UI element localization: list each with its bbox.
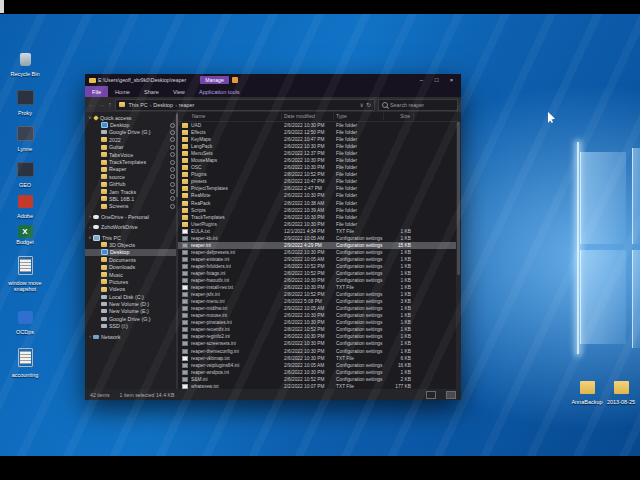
sidebar-item-this-pc[interactable]: ∨This PC <box>85 234 178 241</box>
sidebar-item-new-volume-e[interactable]: New Volume (E:) <box>85 308 178 315</box>
file-row-reamote[interactable]: ReaMote2/6/2022 10:30 PMFile folder <box>178 192 461 199</box>
file-row-projecttemplates[interactable]: ProjectTemplates2/6/2022 2:47 PMFile fol… <box>178 185 461 192</box>
file-row-presets[interactable]: presets2/6/2022 10:47 PMFile folder <box>178 178 461 185</box>
sidebar-item-desktop[interactable]: Desktop <box>85 249 178 256</box>
sidebar-item-sbl-16b-1[interactable]: SBL 16B.1 <box>85 195 178 202</box>
refresh-icon[interactable]: ↻ <box>366 101 371 108</box>
file-row-reaper-ini[interactable]: reaper.ini2/9/2022 4:29 PMConfiguration … <box>178 242 461 249</box>
file-row-reaper-screensets-ini[interactable]: reaper-screensets.ini2/6/2022 10:30 PMCo… <box>178 340 461 347</box>
sidebar-item-ssd-i[interactable]: SSD (I:) <box>85 323 178 330</box>
file-list-scrollbar-thumb[interactable] <box>457 122 460 275</box>
close-button[interactable]: × <box>444 74 459 86</box>
tab-home[interactable]: Home <box>108 86 137 97</box>
file-row-keymaps[interactable]: KeyMaps2/6/2022 10:47 PMFile folder <box>178 136 461 143</box>
tab-application-tools[interactable]: Application tools <box>192 86 247 97</box>
file-row-mousemaps[interactable]: MouseMaps2/6/2022 10:30 PMFile folder <box>178 157 461 164</box>
tab-file[interactable]: File <box>85 86 108 97</box>
breadcrumb-reaper[interactable]: reaper <box>179 102 195 108</box>
sidebar-item-google-drive-g[interactable]: Google Drive (G:) <box>85 129 178 136</box>
desktop-icon-geo[interactable]: GEO <box>2 162 48 188</box>
file-row-uad[interactable]: UAD2/6/2022 10:30 PMFile folder <box>178 122 461 129</box>
file-row-osc[interactable]: OSC2/6/2022 10:30 PMFile folder <box>178 164 461 171</box>
desktop-icon-adobe[interactable]: Adobe <box>2 194 48 219</box>
sidebar-item-downloads[interactable]: Downloads <box>85 263 178 270</box>
sidebar-item-tabsvoice[interactable]: TabsVoice <box>85 151 178 158</box>
sidebar-item-music[interactable]: Music <box>85 271 178 278</box>
large-icons-view-button[interactable] <box>446 391 456 399</box>
sidebar-item-2022[interactable]: 2022 <box>85 136 178 143</box>
file-row-reaper-hwoutfx-ini[interactable]: reaper-hwoutfx.ini2/6/2022 10:30 PMConfi… <box>178 277 461 284</box>
sidebar-item-reaper[interactable]: Reaper <box>85 166 178 173</box>
sidebar-item-source[interactable]: source <box>85 173 178 180</box>
file-row-langpack[interactable]: LangPack2/6/2022 10:30 PMFile folder <box>178 143 461 150</box>
desktop-icon-window-move-snapshot[interactable]: window move snapshot <box>2 256 48 292</box>
file-row-reaper-jsfx-ini[interactable]: reaper-jsfx.ini2/8/2022 10:52 PMConfigur… <box>178 291 461 298</box>
file-row-reapack[interactable]: ReaPack2/8/2022 10:38 AMFile folder <box>178 200 461 207</box>
file-row-reaper-themeconfig-ini[interactable]: reaper-themeconfig.ini2/6/2022 10:30 PMC… <box>178 348 461 355</box>
file-row-reaper-fxfolders-ini[interactable]: reaper-fxfolders.ini2/6/2022 10:52 PMCon… <box>178 263 461 270</box>
search-box[interactable]: Search reaper <box>378 99 458 111</box>
sidebar-item-3d-objects[interactable]: 3D Objects <box>85 241 178 248</box>
manage-contextual-tab[interactable]: Manage <box>200 76 229 84</box>
file-row-s-m-ini[interactable]: S&M.ini2/6/2022 10:52 PMConfiguration se… <box>178 376 461 383</box>
file-row-reaper-vkbmap-txt[interactable]: reaper-vkbmap.txt2/6/2022 10:30 PMTXT Fi… <box>178 355 461 362</box>
tab-share[interactable]: Share <box>137 86 166 97</box>
maximize-button[interactable]: □ <box>429 74 444 86</box>
column-header-size[interactable]: Size <box>384 113 414 120</box>
file-row-reaper-recentfx-ini[interactable]: reaper-recentfx.ini2/8/2022 10:52 PMConf… <box>178 326 461 333</box>
breadcrumb-this-pc[interactable]: This PC <box>129 102 148 108</box>
sidebar-item-videos[interactable]: Videos <box>85 286 178 293</box>
file-row-reaper-wndpos-ini[interactable]: reaper-wndpos.ini2/6/2022 10:30 PMConfig… <box>178 369 461 376</box>
file-row-reaper-reginfo2-ini[interactable]: reaper-reginfo2.ini2/6/2022 10:30 PMConf… <box>178 333 461 340</box>
column-header-date-modified[interactable]: Date modified <box>282 113 334 120</box>
sidebar-item-pictures[interactable]: Pictures <box>85 278 178 285</box>
file-row-scripts[interactable]: Scripts2/8/2022 10:39 AMFile folder <box>178 207 461 214</box>
details-view-button[interactable] <box>426 391 436 399</box>
file-row-userplugins[interactable]: UserPlugins2/6/2022 10:30 PMFile folder <box>178 221 461 228</box>
desktop-icon-budget[interactable]: XBudget <box>2 220 48 245</box>
sidebar-item-guitar[interactable]: Guitar <box>85 144 178 151</box>
file-row-reaper-vstplugins64-ini[interactable]: reaper-vstplugins64.ini2/9/2022 10:05 AM… <box>178 362 461 369</box>
desktop-icon-2013-08-25[interactable]: 2013-08-25 <box>604 380 638 405</box>
file-row-reaper-defpresets-ini[interactable]: reaper-defpresets.ini2/6/2022 10:30 PMCo… <box>178 249 461 256</box>
file-row-eula-txt[interactable]: EULA.txt12/1/2021 4:34 PMTXT File1 KB <box>178 228 461 235</box>
tab-view[interactable]: View <box>166 86 192 97</box>
file-row-reaper-kb-ini[interactable]: reaper-kb.ini2/9/2022 10:05 AMConfigurat… <box>178 235 461 242</box>
forward-button[interactable]: → <box>98 100 105 110</box>
sidebar-item-zohoworkdrive[interactable]: ›ZohoWorkDrive <box>85 223 178 230</box>
sidebar-item-documents[interactable]: Documents <box>85 256 178 263</box>
desktop-icon-recycle-bin[interactable]: Recycle Bin <box>2 52 48 77</box>
sidebar-item-network[interactable]: ›Network <box>85 333 178 340</box>
desktop-icon-accounting[interactable]: accounting <box>2 348 48 378</box>
file-list-scrollbar[interactable] <box>456 121 461 389</box>
address-dropdown-icon[interactable]: ∨ <box>360 101 364 108</box>
breadcrumb-desktop[interactable]: Desktop <box>153 102 173 108</box>
file-row-reaper-extstate-ini[interactable]: reaper-extstate.ini2/9/2022 10:05 AMConf… <box>178 256 461 263</box>
file-row-menusets[interactable]: MenuSets2/6/2022 12:37 PMFile folder <box>178 150 461 157</box>
desktop-icon-lynne[interactable]: Lynne <box>2 126 48 152</box>
minimize-button[interactable]: – <box>414 74 429 86</box>
column-header-name[interactable]: Name <box>178 113 282 120</box>
back-button[interactable]: ← <box>88 100 95 110</box>
sidebar-item-quick-access[interactable]: ∨Quick access <box>85 114 178 121</box>
address-bar[interactable]: This PC›Desktop›reaper ∨ ↻ <box>115 99 376 111</box>
file-explorer-window[interactable]: E:\Users\geoff_sbr9k0\Desktop\reaper Man… <box>85 74 461 400</box>
up-button[interactable]: ↑ <box>108 100 112 110</box>
file-row-reaper-install-rev-txt[interactable]: reaper-install-rev.txt2/6/2022 10:30 PMT… <box>178 284 461 291</box>
desktop[interactable]: Recycle BinProkyLynneGEOAdobeXBudgetwind… <box>0 14 640 456</box>
desktop-icon-ocdps[interactable]: OCDps <box>2 310 48 335</box>
sidebar-item-google-drive-g[interactable]: Google Drive (G:) <box>85 315 178 322</box>
file-row-reaper-mouse-ini[interactable]: reaper-mouse.ini2/6/2022 10:30 PMConfigu… <box>178 312 461 319</box>
sidebar-item-github[interactable]: GitHub <box>85 181 178 188</box>
sidebar-item-local-disk-c[interactable]: Local Disk (C:) <box>85 293 178 300</box>
file-row-reaper-fxtags-ini[interactable]: reaper-fxtags.ini2/6/2022 10:52 PMConfig… <box>178 270 461 277</box>
sidebar-item-tracktemplates[interactable]: TrackTemplates <box>85 158 178 165</box>
desktop-icon-proky[interactable]: Proky <box>2 90 48 116</box>
file-row-reaper-midihw-ini[interactable]: reaper-midihw.ini2/9/2022 10:05 AMConfig… <box>178 305 461 312</box>
sidebar-item-jam-tracks[interactable]: Jam Tracks <box>85 188 178 195</box>
desktop-icon-annabackup[interactable]: AnnaBackup <box>570 380 604 405</box>
sidebar-item-new-volume-d[interactable]: New Volume (D:) <box>85 300 178 307</box>
sidebar-item-screens[interactable]: Screens <box>85 203 178 210</box>
sidebar-item-onedrive-personal[interactable]: ›OneDrive - Personal <box>85 213 178 220</box>
file-row-tracktemplates[interactable]: TrackTemplates2/6/2022 10:30 PMFile fold… <box>178 214 461 221</box>
